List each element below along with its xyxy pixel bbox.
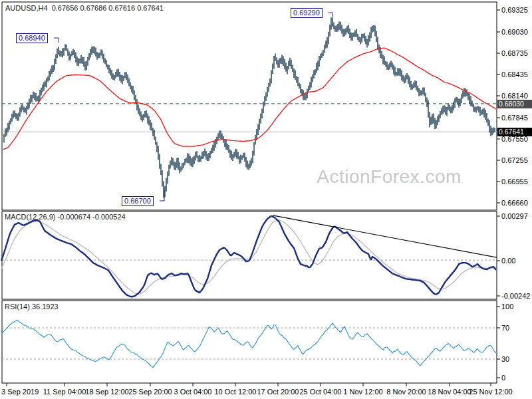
- price-axis-tick-label: 0.66660: [501, 199, 528, 207]
- price-level-lines: [2, 104, 497, 132]
- macd-axis-tick-label: 0.00: [501, 257, 515, 265]
- price-axis-tick-label: 0.66955: [501, 178, 528, 186]
- level-price-tag: 0.68030: [497, 100, 532, 108]
- price-annotation-top-oct: 0.69290: [291, 8, 323, 18]
- watermark: ActionForex.com: [293, 166, 485, 188]
- rsi-axis-tick-label: 70: [501, 324, 509, 332]
- price-annotation-high-sep: 0.68940: [16, 33, 48, 43]
- price-axis-tick-label: 0.69325: [501, 6, 528, 14]
- price-annotation-low-oct: 0.66700: [122, 196, 154, 206]
- rsi-line: [1, 320, 497, 367]
- rsi-axis-tick-label: 30: [501, 355, 509, 363]
- price-axis-tick-label: 0.67255: [501, 156, 528, 164]
- macd-axis-tick-label: 0.00297: [501, 212, 528, 220]
- time-axis-tick-label: 25 Nov 12:00: [464, 388, 517, 396]
- macd-header: MACD(12,26,9) -0.000674 -0.000524: [5, 213, 126, 221]
- symbol-ohlc-header: AUDUSD,H4 0.67656 0.67686 0.67616 0.6764…: [5, 4, 164, 12]
- macd-main-line: [1, 216, 496, 297]
- macd-axis-tick-label: -0.00242: [501, 292, 530, 300]
- price-axis-tick-label: 0.68735: [501, 49, 528, 57]
- axis-ticks: [7, 10, 500, 386]
- price-axis-tick-label: 0.68435: [501, 70, 528, 78]
- time-axis-tick-label: 3 Sep 2019: [1, 388, 39, 396]
- chart-window: ActionForex.com AUDUSD,H4 0.67656 0.6768…: [0, 0, 532, 399]
- macd-signal-line: [1, 220, 496, 295]
- rsi-axis-tick-label: 0: [501, 374, 505, 382]
- price-axis-tick-label: 0.69030: [501, 28, 528, 36]
- rsi-header: RSI(14) 36.1923: [5, 303, 59, 311]
- chart-canvas[interactable]: [0, 0, 532, 399]
- current-price-tag: 0.67641: [497, 128, 532, 136]
- annotation-connectors: [54, 13, 332, 201]
- rsi-axis-tick-label: 100: [501, 303, 513, 311]
- price-axis-tick-label: 0.68140: [501, 92, 528, 100]
- price-axis-tick-label: 0.67845: [501, 114, 528, 122]
